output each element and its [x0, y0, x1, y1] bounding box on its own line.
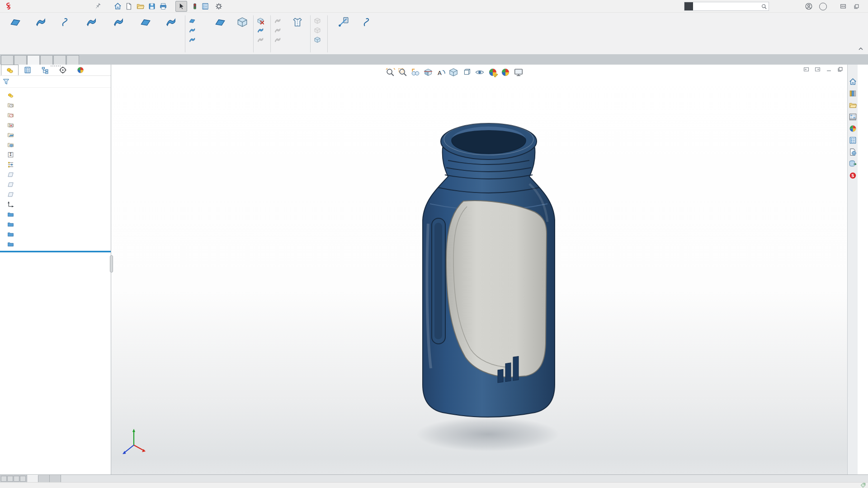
- tree-item-sensors[interactable]: [0, 110, 111, 120]
- save-button[interactable]: [146, 1, 158, 12]
- lofted-surface-button[interactable]: [79, 14, 104, 29]
- display-style-button[interactable]: [461, 66, 473, 78]
- thickened-cut-button[interactable]: [312, 25, 326, 35]
- tree-item-solid-bodies[interactable]: [0, 140, 111, 150]
- search-box[interactable]: [684, 2, 769, 11]
- select-tool-button[interactable]: [175, 1, 187, 12]
- menu-file[interactable]: [32, 5, 42, 8]
- menu-insert[interactable]: [61, 5, 71, 8]
- section-view-button[interactable]: [422, 66, 434, 78]
- previous-view-button[interactable]: [410, 66, 421, 78]
- view-palette-icon[interactable]: [848, 112, 858, 122]
- tree-item-thread[interactable]: [0, 229, 111, 239]
- tab-motion-study-1[interactable]: [50, 475, 61, 482]
- tree-item-history[interactable]: [0, 100, 111, 110]
- reference-geometry-button[interactable]: [329, 14, 357, 31]
- redo-button[interactable]: [172, 1, 175, 12]
- extruded-surface-button[interactable]: [3, 14, 28, 29]
- next-tab-button[interactable]: [14, 476, 19, 482]
- resize-window-icon[interactable]: [840, 3, 847, 10]
- file-explorer-icon[interactable]: [848, 100, 858, 110]
- appearances-scenes-icon[interactable]: [848, 124, 858, 133]
- tab-model[interactable]: [27, 475, 38, 482]
- menu-window[interactable]: [81, 5, 91, 8]
- tab-sketch[interactable]: [14, 55, 27, 65]
- tab-solidworks-add-ins[interactable]: [66, 55, 79, 65]
- cut-with-surface-button[interactable]: [312, 35, 326, 44]
- user-account-icon[interactable]: [805, 2, 813, 10]
- revolved-surface-button[interactable]: [28, 14, 53, 29]
- filter-icon[interactable]: [2, 78, 10, 85]
- tab-3d-views[interactable]: [38, 475, 50, 482]
- solidworks-forum-icon[interactable]: [848, 171, 858, 180]
- tree-root-part[interactable]: [0, 90, 111, 100]
- tree-item-reference-geometry[interactable]: [0, 209, 111, 219]
- tab-direct-editing[interactable]: [40, 55, 53, 65]
- delete-face-button[interactable]: [255, 16, 269, 25]
- open-button[interactable]: [135, 1, 146, 12]
- swept-surface-button[interactable]: [53, 14, 79, 29]
- bottle-mouth[interactable]: [441, 123, 537, 160]
- edit-appearance-button[interactable]: [487, 66, 499, 78]
- new-document-button[interactable]: [123, 1, 135, 12]
- curves-button[interactable]: [357, 14, 378, 31]
- tree-item-equations[interactable]: [0, 150, 111, 160]
- search-icon[interactable]: [761, 3, 767, 10]
- tile-right-icon[interactable]: [814, 66, 821, 73]
- pin-menu-icon[interactable]: [94, 3, 101, 10]
- menu-view[interactable]: [52, 5, 61, 8]
- tree-item-material[interactable]: [0, 160, 111, 169]
- tab-featuremanager-tree[interactable]: [1, 65, 19, 75]
- zoom-to-fit-button[interactable]: [384, 66, 396, 78]
- first-tab-button[interactable]: [1, 476, 7, 482]
- apply-scene-button[interactable]: [500, 66, 512, 78]
- tree-item-front-plane[interactable]: [0, 169, 111, 179]
- tree-item-right-plane[interactable]: [0, 189, 111, 199]
- marketplace-icon[interactable]: [848, 147, 858, 157]
- tree-item-origin[interactable]: [0, 199, 111, 209]
- previous-tab-button[interactable]: [7, 476, 13, 482]
- zoom-to-area-button[interactable]: [397, 66, 409, 78]
- restore-document-icon[interactable]: [837, 66, 844, 73]
- extend-surface-button[interactable]: [272, 16, 286, 25]
- data-sources-icon[interactable]: [848, 159, 858, 169]
- knit-surface-button[interactable]: [286, 14, 309, 29]
- tree-item-surface-bodies[interactable]: [0, 130, 111, 140]
- tree-item-annotations[interactable]: A: [0, 120, 111, 130]
- restore-window-icon[interactable]: [853, 3, 860, 10]
- water-bottle-model[interactable]: [416, 115, 561, 472]
- undo-button[interactable]: [169, 1, 172, 12]
- untrim-surface-button[interactable]: [272, 35, 286, 44]
- tree-item-top-plane[interactable]: [0, 179, 111, 189]
- freeform-button[interactable]: [158, 14, 184, 29]
- panel-splitter-handle[interactable]: [110, 255, 113, 272]
- tab-features[interactable]: [1, 55, 14, 65]
- ruled-surface-button[interactable]: [187, 35, 208, 44]
- boundary-surface-button[interactable]: [104, 14, 133, 29]
- view-orientation-button[interactable]: [448, 66, 460, 78]
- offset-surface-button[interactable]: [187, 25, 208, 35]
- file-properties-button[interactable]: [200, 1, 211, 12]
- planar-surface-button[interactable]: [187, 16, 208, 25]
- fillet-button[interactable]: [233, 14, 252, 29]
- custom-properties-icon[interactable]: [848, 136, 858, 145]
- delete-hole-button[interactable]: [255, 35, 269, 44]
- minimize-document-icon[interactable]: [826, 66, 832, 73]
- tag-icon[interactable]: [860, 482, 866, 488]
- tree-item-volume-window[interactable]: [0, 239, 111, 249]
- dynamic-annotation-views-button[interactable]: A: [435, 66, 447, 78]
- hide-show-items-button[interactable]: [474, 66, 486, 78]
- tile-left-icon[interactable]: [803, 66, 810, 73]
- tree-item-body[interactable]: [0, 219, 111, 229]
- surface-flatten-button[interactable]: [208, 14, 233, 29]
- options-button[interactable]: [213, 1, 225, 12]
- solidworks-resources-icon[interactable]: [848, 77, 858, 86]
- collapse-ribbon-icon[interactable]: [857, 45, 864, 52]
- graphics-viewport[interactable]: A: [111, 65, 858, 474]
- tab-surfaces[interactable]: [27, 55, 40, 65]
- help-icon[interactable]: [819, 3, 827, 10]
- design-library-icon[interactable]: [848, 89, 858, 98]
- replace-face-button[interactable]: [255, 25, 269, 35]
- tab-evaluate[interactable]: [53, 55, 66, 65]
- print-button[interactable]: [158, 1, 169, 12]
